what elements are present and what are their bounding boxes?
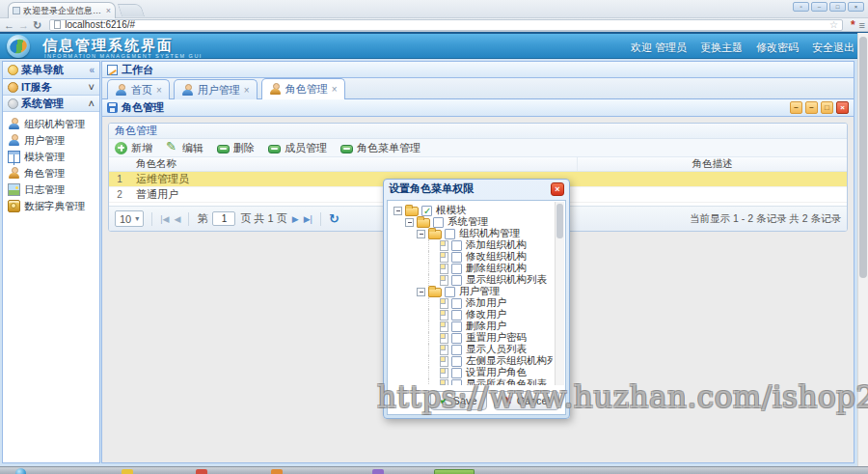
- taskbar-folder-icon[interactable]: [122, 469, 133, 474]
- address-bar[interactable]: localhost:6216/# ☆: [49, 19, 843, 31]
- taskbar-app-icon[interactable]: [271, 469, 283, 474]
- taskbar-app-icon[interactable]: [372, 469, 384, 474]
- tab-首页[interactable]: 首页×: [107, 79, 170, 99]
- first-page-icon[interactable]: |◀: [160, 214, 169, 224]
- page-scrollbar[interactable]: [857, 33, 868, 466]
- tree-checkbox[interactable]: [421, 206, 432, 216]
- tree-expander-icon[interactable]: [417, 230, 425, 238]
- header-link[interactable]: 更换主题: [700, 41, 743, 55]
- tree-scrollbar[interactable]: [555, 202, 564, 385]
- browser-menu-icon[interactable]: ≡: [859, 19, 864, 31]
- tree-expander-icon[interactable]: [405, 218, 414, 227]
- tree-checkbox[interactable]: [451, 333, 462, 344]
- tree-checkbox[interactable]: [445, 287, 455, 297]
- tree-expander-icon[interactable]: [393, 207, 402, 215]
- table-header: 角色名称 角色描述: [109, 157, 847, 172]
- tree-checkbox[interactable]: [451, 240, 462, 251]
- tree-checkbox[interactable]: [451, 298, 462, 309]
- sidebar-header[interactable]: 菜单导航 «: [3, 62, 99, 79]
- new-tab-button[interactable]: [118, 4, 145, 16]
- role-icon: [269, 83, 282, 96]
- tree-node[interactable]: 显示所有角色列表: [390, 378, 553, 385]
- start-button-icon[interactable]: [15, 468, 26, 474]
- sidebar-item[interactable]: 日志管理: [3, 181, 99, 198]
- chevron-down-icon[interactable]: ˅: [89, 81, 95, 93]
- sidebar-collapse-icon[interactable]: «: [89, 65, 95, 75]
- header-link[interactable]: 修改密码: [756, 41, 799, 55]
- tab-close-icon[interactable]: ×: [156, 85, 162, 96]
- page-input[interactable]: [212, 211, 235, 226]
- leaf-icon: [440, 310, 448, 321]
- url-text[interactable]: localhost:6216/#: [65, 19, 826, 30]
- window-restore-button[interactable]: □: [829, 2, 846, 12]
- taskbar-window-button[interactable]: [434, 469, 475, 474]
- tree-checkbox[interactable]: [451, 264, 462, 274]
- page-scrollbar-thumb[interactable]: [859, 37, 867, 278]
- tree-checkbox[interactable]: [451, 379, 462, 386]
- accordion-it-services[interactable]: IT服务 ˅: [3, 79, 99, 96]
- tree-scrollbar-thumb[interactable]: [556, 204, 563, 238]
- sidebar-item[interactable]: 模块管理: [3, 149, 99, 165]
- dialog-close-icon[interactable]: ×: [551, 182, 564, 196]
- accordion-system-management[interactable]: 系统管理 ˄: [3, 96, 99, 112]
- remove-button[interactable]: 角色菜单管理: [340, 141, 420, 155]
- back-icon[interactable]: ←: [4, 19, 14, 31]
- tree-checkbox[interactable]: [451, 356, 462, 367]
- last-page-icon[interactable]: ▶|: [304, 214, 312, 224]
- tree-checkbox[interactable]: [451, 321, 462, 332]
- header-link[interactable]: 安全退出: [812, 41, 854, 55]
- panel-close-icon[interactable]: ×: [836, 101, 849, 114]
- panel-collapse-icon[interactable]: −: [790, 101, 802, 114]
- sidebar-item[interactable]: 用户管理: [3, 132, 99, 149]
- page-prefix: 第: [197, 211, 207, 226]
- tab-bar: 首页×用户管理×角色管理×: [102, 78, 854, 99]
- browser-tab[interactable]: 欢迎登录企业信息管理系统 ×: [8, 2, 116, 18]
- taskbar-app-icon[interactable]: [196, 469, 207, 474]
- sidebar-item-label: 角色管理: [24, 167, 65, 181]
- tree-checkbox[interactable]: [451, 345, 462, 355]
- bookmark-star-icon[interactable]: ☆: [829, 19, 838, 30]
- panel-minimize-icon[interactable]: −: [805, 101, 818, 114]
- tab-label: 用户管理: [198, 83, 240, 98]
- remove-icon: [268, 145, 281, 153]
- sidebar-item-label: 日志管理: [24, 183, 65, 197]
- remove-button[interactable]: 成员管理: [268, 141, 327, 155]
- tree-checkbox[interactable]: [451, 368, 462, 378]
- tree-checkbox[interactable]: [445, 229, 455, 239]
- tree-checkbox[interactable]: [451, 275, 462, 286]
- save-button[interactable]: ✔Save: [430, 391, 487, 410]
- window-minimize-button[interactable]: –: [811, 2, 827, 12]
- extension-icon[interactable]: *: [851, 19, 855, 31]
- tab-close-icon[interactable]: ×: [332, 84, 338, 95]
- sidebar-item[interactable]: 组织机构管理: [3, 116, 99, 132]
- chevron-up-icon[interactable]: ˄: [89, 98, 95, 109]
- panel-maximize-icon[interactable]: □: [821, 101, 833, 114]
- dialog-titlebar[interactable]: 设置角色菜单权限 ×: [384, 180, 569, 198]
- tree-checkbox[interactable]: [433, 217, 444, 228]
- add-button[interactable]: 新增: [115, 141, 152, 155]
- remove-button[interactable]: 删除: [217, 141, 255, 155]
- edit-button[interactable]: 编辑: [166, 141, 203, 155]
- tree-checkbox[interactable]: [451, 252, 462, 263]
- tree-expander-icon[interactable]: [417, 288, 425, 296]
- tab-角色管理[interactable]: 角色管理×: [261, 78, 345, 99]
- tab-close-icon[interactable]: ×: [244, 85, 250, 96]
- tree-checkbox[interactable]: [451, 310, 462, 321]
- prev-page-icon[interactable]: ◀: [175, 214, 181, 224]
- tab-用户管理[interactable]: 用户管理×: [174, 79, 258, 99]
- window-close-button[interactable]: ×: [848, 2, 864, 12]
- mi-user-icon: [8, 134, 20, 147]
- cancel-button[interactable]: ✘Cancel: [494, 391, 559, 410]
- sidebar-item[interactable]: 数据字典管理: [3, 198, 99, 214]
- sidebar-item[interactable]: 角色管理: [3, 165, 99, 181]
- refresh-icon[interactable]: ↻: [329, 212, 339, 225]
- reload-icon[interactable]: ↻: [33, 19, 41, 31]
- separator: [320, 212, 321, 226]
- tab-close-icon[interactable]: ×: [106, 6, 111, 15]
- next-page-icon[interactable]: ▶: [292, 214, 299, 224]
- forward-icon[interactable]: →: [18, 19, 29, 31]
- page-size-select[interactable]: 10▾: [115, 210, 144, 227]
- it-service-icon: [8, 82, 18, 93]
- window-profile-button[interactable]: ▫: [793, 2, 809, 12]
- page: 欢迎登录企业信息管理系统 × ▫ – □ × ← → ↻ localhost:6…: [0, 0, 868, 474]
